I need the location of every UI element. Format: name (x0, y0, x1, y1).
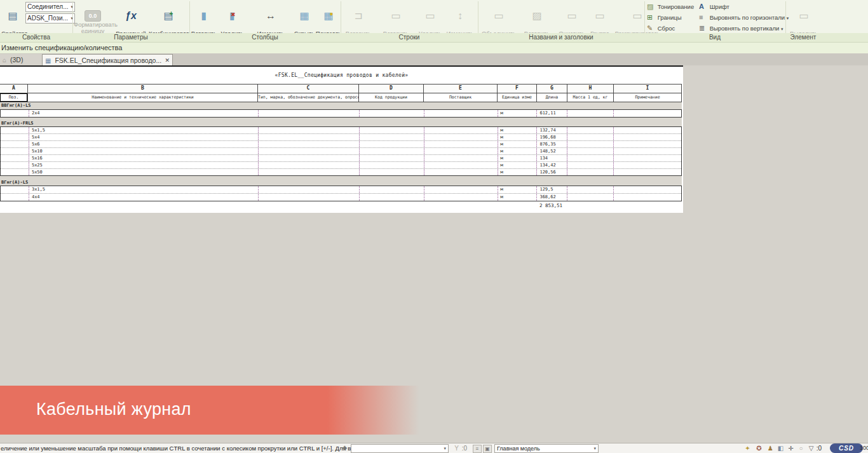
table-cell[interactable] (424, 194, 498, 201)
table-cell[interactable]: 5x25 (29, 162, 258, 168)
shading-button[interactable]: ▨ Тонирование (647, 2, 694, 11)
select-links-icon[interactable]: ◧ (776, 444, 785, 452)
table-cell[interactable]: 4x4 (29, 194, 258, 201)
press-drag-toggle[interactable]: ▣ (483, 445, 492, 453)
table-cell[interactable]: 368,62 (536, 194, 567, 201)
table-cell[interactable] (1, 169, 29, 175)
column-letter-cell[interactable]: I (614, 85, 682, 93)
table-cell[interactable] (424, 148, 498, 154)
table-row[interactable]: 5x10м148,52 (1, 147, 681, 154)
table-cell[interactable] (424, 162, 498, 168)
table-cell[interactable] (567, 186, 613, 193)
tab-schedule-view[interactable]: ▦ FSK.EL_Спецификация проводо... ✕ (42, 54, 173, 66)
column-header-cell[interactable]: Наименование и технические характеристик… (28, 93, 258, 102)
table-cell[interactable] (258, 155, 359, 161)
param-selector-dropdown[interactable]: ADSK_Пози... ▾ (25, 13, 75, 24)
table-cell[interactable]: 612,11 (536, 110, 567, 117)
table-cell[interactable] (613, 127, 681, 133)
combine-parameters-button[interactable]: ▤+ Комбинировать параметры (149, 1, 188, 32)
table-cell[interactable]: 196,68 (536, 134, 567, 140)
table-cell[interactable] (567, 169, 613, 175)
column-letter-cell[interactable]: B (28, 85, 258, 93)
table-cell[interactable] (359, 162, 424, 168)
column-header-cell[interactable]: Единица изме (498, 93, 537, 102)
column-letter-cell[interactable]: H (567, 85, 614, 93)
table-cell[interactable]: 5x4 (29, 134, 258, 140)
table-cell[interactable]: м (498, 162, 537, 168)
table-row[interactable]: 5x50м120,56 (1, 168, 681, 175)
table-cell[interactable] (567, 134, 613, 140)
reset-button[interactable]: ✎ Сброс (647, 24, 675, 33)
table-cell[interactable] (1, 155, 29, 161)
table-cell[interactable] (424, 110, 498, 117)
table-cell[interactable]: 5x10 (29, 148, 258, 154)
borders-button[interactable]: ⊞ Границы (647, 13, 682, 22)
column-letter-cell[interactable]: F (498, 85, 537, 93)
table-cell[interactable] (613, 169, 681, 175)
table-cell[interactable]: 3x1,5 (29, 186, 258, 193)
exclude-options-icon[interactable]: ✦ (743, 444, 752, 452)
table-cell[interactable]: м (498, 134, 537, 140)
table-cell[interactable]: 129,5 (536, 186, 567, 193)
table-cell[interactable] (567, 155, 613, 161)
table-cell[interactable]: 5x50 (29, 169, 258, 175)
model-selector[interactable]: Главная модель ▾ (494, 444, 599, 453)
table-cell[interactable] (359, 194, 424, 201)
table-cell[interactable]: 134,42 (536, 162, 567, 168)
column-header-cell[interactable]: Поз. (0, 93, 28, 102)
table-cell[interactable]: 5x1,5 (29, 127, 258, 133)
table-cell[interactable] (1, 186, 29, 193)
table-cell[interactable]: 5x16 (29, 155, 258, 161)
table-cell[interactable]: 132,74 (536, 127, 567, 133)
table-cell[interactable] (424, 186, 498, 193)
unhide-all-columns-button[interactable]: ▦● Показать все (315, 1, 342, 32)
worksets-icon[interactable]: ✥ (341, 444, 349, 452)
delete-column-button[interactable]: ▮✖ Удалить (218, 1, 247, 32)
font-button[interactable]: A Шрифт (699, 2, 729, 11)
group-header-row[interactable]: ВГнг(А)-FRLS (0, 120, 682, 126)
table-cell[interactable] (567, 194, 613, 201)
table-cell[interactable]: 134 (536, 155, 567, 161)
table-cell[interactable] (359, 186, 424, 193)
column-header-cell[interactable]: Примечание (614, 93, 682, 102)
table-row[interactable]: 3x1,5м129,5 (1, 186, 681, 193)
align-vertical-button[interactable]: ≣ Выровнять по вертикали ▾ (699, 24, 783, 33)
table-cell[interactable] (258, 186, 359, 193)
table-cell[interactable] (359, 141, 424, 147)
table-cell[interactable] (258, 148, 359, 154)
table-cell[interactable] (424, 155, 498, 161)
table-cell[interactable] (613, 148, 681, 154)
table-cell[interactable]: м (498, 110, 537, 117)
table-row[interactable]: 5x4м196,68 (1, 133, 681, 140)
insert-column-button[interactable]: ▮ Вставить (191, 1, 217, 32)
table-cell[interactable] (424, 134, 498, 140)
table-cell[interactable] (258, 134, 359, 140)
select-elements-icon[interactable]: ✛ (787, 444, 795, 452)
table-cell[interactable] (1, 110, 29, 117)
table-cell[interactable] (258, 169, 359, 175)
table-cell[interactable] (258, 162, 359, 168)
table-cell[interactable] (359, 127, 424, 133)
table-cell[interactable] (424, 169, 498, 175)
table-cell[interactable] (567, 110, 613, 117)
column-letter-cell[interactable]: A (0, 85, 28, 93)
table-cell[interactable] (1, 141, 29, 147)
column-header-cell[interactable]: Код продукции (359, 93, 424, 102)
table-cell[interactable] (613, 194, 681, 201)
table-cell[interactable] (424, 141, 498, 147)
calculated-button[interactable]: ƒx Расчетный (114, 1, 148, 32)
column-letter-cell[interactable]: C (258, 85, 359, 93)
table-row[interactable]: 2x4м612,11 (1, 110, 681, 117)
table-cell[interactable]: 5x6 (29, 141, 258, 147)
properties-button[interactable]: ▤ Свойства (1, 1, 24, 32)
table-row[interactable]: 5x25м134,42 (1, 161, 681, 168)
column-header-cell[interactable]: Тип, марка, обозначение документа, опрос… (258, 93, 359, 102)
group-header-row[interactable]: ВВГнг(А)-LS (0, 102, 682, 109)
table-cell[interactable]: м (498, 127, 537, 133)
resize-column-button[interactable]: ↔ Изменить размер (247, 1, 294, 32)
type-selector-dropdown[interactable]: Соединител... ▾ (25, 2, 75, 12)
table-cell[interactable]: м (498, 186, 537, 193)
workset-selector[interactable]: ▾ (351, 444, 449, 453)
table-cell[interactable]: м (498, 148, 537, 154)
table-cell[interactable] (567, 127, 613, 133)
